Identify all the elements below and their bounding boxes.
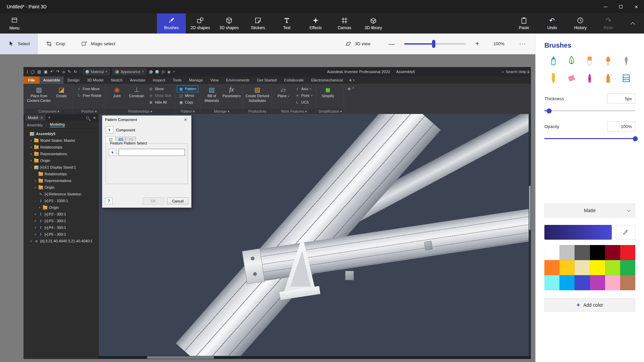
- scrollbar-thumb[interactable]: [147, 356, 214, 359]
- search-help[interactable]: ▸ Search Help &: [502, 67, 530, 76]
- panel-label-productivity[interactable]: Productivity: [243, 109, 271, 114]
- add-color-button[interactable]: + Add color: [544, 298, 635, 312]
- expand-icon[interactable]: +: [34, 179, 37, 183]
- undo-icon[interactable]: ↶: [50, 69, 54, 74]
- select-tool[interactable]: Select: [0, 34, 38, 54]
- tab-assemble[interactable]: Assemble: [40, 76, 64, 84]
- tool-effects[interactable]: Effects: [301, 13, 330, 34]
- close-icon[interactable]: ×: [40, 116, 43, 120]
- subtab-modeling[interactable]: Modeling: [50, 122, 65, 127]
- color-swatch[interactable]: [544, 260, 559, 275]
- tree-item-relationships[interactable]: Relationships: [23, 171, 98, 177]
- color-swatch[interactable]: [544, 245, 559, 260]
- inventor-logo[interactable]: I: [26, 69, 28, 75]
- tree-item--p1-1000-1[interactable]: −[•]:P1 - 1000:1: [23, 197, 98, 204]
- tab-annotate[interactable]: Annotate: [126, 76, 149, 84]
- tab-environments[interactable]: Environments: [222, 76, 253, 84]
- expand-icon[interactable]: +: [34, 233, 37, 236]
- component-select-button[interactable]: [106, 126, 113, 133]
- zoom-level[interactable]: 100%: [493, 41, 504, 46]
- update-icon[interactable]: ↻: [74, 69, 77, 74]
- free-move-button[interactable]: + Free Move: [75, 86, 103, 92]
- expand-icon[interactable]: +: [34, 213, 37, 216]
- tab-get-started[interactable]: Get Started: [253, 76, 280, 84]
- close-icon[interactable]: ×: [182, 117, 189, 122]
- panel-label-position[interactable]: Position ▾: [73, 109, 105, 114]
- crop-tool[interactable]: Crop: [38, 34, 73, 54]
- ribbon-options-icon[interactable]: ◉▾: [346, 76, 357, 84]
- appearance-dropdown[interactable]: Appearance ▾: [112, 69, 146, 75]
- feature-select-button[interactable]: [109, 149, 116, 156]
- minimize-button[interactable]: [598, 0, 613, 13]
- collapse-icon[interactable]: −: [34, 199, 37, 203]
- zoom-in-button[interactable]: +: [475, 40, 479, 48]
- tool-history[interactable]: History: [566, 13, 594, 34]
- joint-button[interactable]: ◉ Joint: [107, 84, 126, 109]
- tool-3d-shapes[interactable]: 3D shapes: [215, 13, 244, 34]
- create-derived-substitutes-button[interactable]: ▧ Create Derived Substitutes: [245, 84, 269, 109]
- tab-inspect[interactable]: Inspect: [149, 76, 169, 84]
- help-button[interactable]: ?: [105, 197, 113, 204]
- fx-icon[interactable]: fx: [162, 69, 165, 74]
- magic-select-tool[interactable]: Magic select: [73, 34, 123, 54]
- panel-label-component[interactable]: Component ▾: [25, 109, 73, 114]
- color-swatch[interactable]: [605, 245, 620, 260]
- viewport-vertical-scrollbar[interactable]: [529, 114, 531, 356]
- constrain-button[interactable]: ⊥ Constrain: [127, 84, 146, 109]
- tree-item-representations[interactable]: +Representations: [23, 150, 98, 157]
- tree-item-origin[interactable]: +Origin: [23, 184, 98, 191]
- color-swatch[interactable]: [620, 260, 635, 275]
- show-button[interactable]: ⊙ Show: [147, 86, 173, 92]
- color-swatch[interactable]: [559, 275, 575, 290]
- brush-pixel-pen[interactable]: [621, 55, 631, 67]
- zoom-out-button[interactable]: —: [388, 40, 395, 48]
- paint3d-canvas[interactable]: I ▢▤▣↶↷⌂✎↻ Material ▾ Appearance ▾ fx ◉ …: [0, 54, 535, 362]
- tree-item--e1-display-stand-1[interactable]: −[•]:E1 Display Stand:1: [23, 164, 98, 171]
- panel-label-work-features[interactable]: Work Features ▾: [272, 109, 316, 114]
- tool-paste[interactable]: Paste: [510, 13, 538, 34]
- tool-text[interactable]: Text: [272, 13, 301, 34]
- brush-fill[interactable]: [621, 72, 631, 84]
- color-swatch[interactable]: [605, 260, 620, 275]
- more-options-button[interactable]: ···: [519, 41, 526, 47]
- color-swatch[interactable]: [620, 245, 635, 260]
- expand-icon[interactable]: +: [34, 219, 37, 223]
- color-wheel-icon[interactable]: [149, 70, 153, 74]
- scrollbar-thumb[interactable]: [529, 186, 531, 230]
- parameters-button[interactable]: fx Parameters: [222, 84, 241, 109]
- opacity-slider[interactable]: [544, 138, 635, 139]
- tree-item-relationships[interactable]: +Relationships: [23, 144, 98, 150]
- color-swatch[interactable]: [620, 275, 635, 290]
- material-dropdown[interactable]: Material ▾: [83, 69, 110, 75]
- bill-of-materials-button[interactable]: ▤ Bill of Materials: [202, 84, 221, 109]
- add-browser-tab-button[interactable]: +: [48, 115, 50, 120]
- place-from-content-center-button[interactable]: ▥ Place from Content Center: [27, 84, 51, 109]
- tab-design[interactable]: Design: [64, 76, 83, 84]
- color-swatch[interactable]: [575, 245, 590, 260]
- appearance-sphere-icon[interactable]: [155, 70, 159, 74]
- panel-label-simplification[interactable]: Simplification ▾: [316, 109, 344, 114]
- tool-brushes[interactable]: Brushes: [157, 13, 186, 34]
- search-icon[interactable]: [86, 116, 89, 119]
- menu-button[interactable]: Menu: [4, 15, 25, 32]
- dialog-titlebar[interactable]: Pattern Component ×: [102, 116, 191, 123]
- color-swatch[interactable]: [559, 260, 575, 275]
- tool-canvas[interactable]: Canvas: [330, 13, 359, 34]
- tree-item-origin[interactable]: +Origin: [23, 157, 98, 164]
- ucs-button[interactable]: ∟ UCS: [293, 99, 314, 105]
- collapse-icon[interactable]: −: [30, 166, 33, 169]
- collapse-toolbar-button[interactable]: [625, 13, 641, 34]
- brush-spray-can[interactable]: [603, 72, 613, 84]
- simplify-button[interactable]: ◼ Simplify: [318, 84, 337, 109]
- tab-3d-model[interactable]: 3D Model: [83, 76, 107, 84]
- maximize-button[interactable]: [613, 0, 629, 13]
- current-color-gradient[interactable]: [544, 225, 612, 240]
- tool-3d-library[interactable]: 3D library: [359, 13, 388, 34]
- tree-item--p3-300-1[interactable]: +[•]:P3 - 300:1: [23, 218, 98, 224]
- color-swatch[interactable]: [559, 245, 575, 260]
- feature-pattern-input[interactable]: [119, 149, 185, 156]
- create-button[interactable]: ◪ Create: [52, 84, 71, 109]
- expand-icon[interactable]: +: [38, 206, 41, 209]
- expand-icon[interactable]: +: [30, 152, 33, 156]
- redo-icon[interactable]: ↷: [56, 69, 60, 74]
